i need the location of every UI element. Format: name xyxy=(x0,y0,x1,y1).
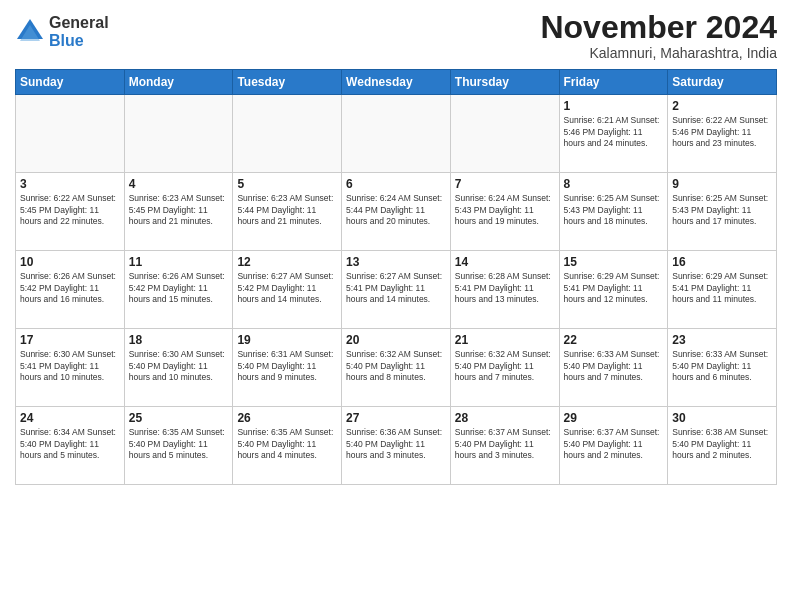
day-number: 18 xyxy=(129,333,229,347)
day-cell: 26Sunrise: 6:35 AM Sunset: 5:40 PM Dayli… xyxy=(233,407,342,485)
day-number: 19 xyxy=(237,333,337,347)
day-number: 14 xyxy=(455,255,555,269)
header-cell-thursday: Thursday xyxy=(450,70,559,95)
day-cell: 8Sunrise: 6:25 AM Sunset: 5:43 PM Daylig… xyxy=(559,173,668,251)
day-info: Sunrise: 6:28 AM Sunset: 5:41 PM Dayligh… xyxy=(455,271,555,305)
day-cell: 13Sunrise: 6:27 AM Sunset: 5:41 PM Dayli… xyxy=(342,251,451,329)
day-info: Sunrise: 6:32 AM Sunset: 5:40 PM Dayligh… xyxy=(455,349,555,383)
week-row-3: 17Sunrise: 6:30 AM Sunset: 5:41 PM Dayli… xyxy=(16,329,777,407)
day-number: 4 xyxy=(129,177,229,191)
day-info: Sunrise: 6:23 AM Sunset: 5:44 PM Dayligh… xyxy=(237,193,337,227)
day-cell: 15Sunrise: 6:29 AM Sunset: 5:41 PM Dayli… xyxy=(559,251,668,329)
day-cell xyxy=(124,95,233,173)
day-cell: 16Sunrise: 6:29 AM Sunset: 5:41 PM Dayli… xyxy=(668,251,777,329)
day-number: 9 xyxy=(672,177,772,191)
day-info: Sunrise: 6:29 AM Sunset: 5:41 PM Dayligh… xyxy=(672,271,772,305)
day-cell: 6Sunrise: 6:24 AM Sunset: 5:44 PM Daylig… xyxy=(342,173,451,251)
logo-general-text: General xyxy=(49,14,109,32)
day-cell: 14Sunrise: 6:28 AM Sunset: 5:41 PM Dayli… xyxy=(450,251,559,329)
day-cell: 10Sunrise: 6:26 AM Sunset: 5:42 PM Dayli… xyxy=(16,251,125,329)
day-number: 24 xyxy=(20,411,120,425)
day-cell: 9Sunrise: 6:25 AM Sunset: 5:43 PM Daylig… xyxy=(668,173,777,251)
day-cell: 25Sunrise: 6:35 AM Sunset: 5:40 PM Dayli… xyxy=(124,407,233,485)
day-info: Sunrise: 6:30 AM Sunset: 5:41 PM Dayligh… xyxy=(20,349,120,383)
day-cell: 1Sunrise: 6:21 AM Sunset: 5:46 PM Daylig… xyxy=(559,95,668,173)
day-info: Sunrise: 6:27 AM Sunset: 5:42 PM Dayligh… xyxy=(237,271,337,305)
day-info: Sunrise: 6:35 AM Sunset: 5:40 PM Dayligh… xyxy=(237,427,337,461)
header-row: SundayMondayTuesdayWednesdayThursdayFrid… xyxy=(16,70,777,95)
day-cell: 20Sunrise: 6:32 AM Sunset: 5:40 PM Dayli… xyxy=(342,329,451,407)
day-info: Sunrise: 6:35 AM Sunset: 5:40 PM Dayligh… xyxy=(129,427,229,461)
day-info: Sunrise: 6:29 AM Sunset: 5:41 PM Dayligh… xyxy=(564,271,664,305)
day-info: Sunrise: 6:38 AM Sunset: 5:40 PM Dayligh… xyxy=(672,427,772,461)
header-cell-sunday: Sunday xyxy=(16,70,125,95)
day-number: 13 xyxy=(346,255,446,269)
day-info: Sunrise: 6:22 AM Sunset: 5:45 PM Dayligh… xyxy=(20,193,120,227)
day-number: 5 xyxy=(237,177,337,191)
week-row-2: 10Sunrise: 6:26 AM Sunset: 5:42 PM Dayli… xyxy=(16,251,777,329)
header-cell-tuesday: Tuesday xyxy=(233,70,342,95)
calendar-table: SundayMondayTuesdayWednesdayThursdayFrid… xyxy=(15,69,777,485)
day-info: Sunrise: 6:32 AM Sunset: 5:40 PM Dayligh… xyxy=(346,349,446,383)
day-number: 6 xyxy=(346,177,446,191)
header: General Blue November 2024 Kalamnuri, Ma… xyxy=(15,10,777,61)
day-cell: 21Sunrise: 6:32 AM Sunset: 5:40 PM Dayli… xyxy=(450,329,559,407)
week-row-4: 24Sunrise: 6:34 AM Sunset: 5:40 PM Dayli… xyxy=(16,407,777,485)
logo-icon xyxy=(15,17,45,47)
week-row-1: 3Sunrise: 6:22 AM Sunset: 5:45 PM Daylig… xyxy=(16,173,777,251)
day-number: 15 xyxy=(564,255,664,269)
day-cell: 17Sunrise: 6:30 AM Sunset: 5:41 PM Dayli… xyxy=(16,329,125,407)
day-cell: 30Sunrise: 6:38 AM Sunset: 5:40 PM Dayli… xyxy=(668,407,777,485)
logo-text: General Blue xyxy=(49,14,109,49)
day-cell: 2Sunrise: 6:22 AM Sunset: 5:46 PM Daylig… xyxy=(668,95,777,173)
month-title: November 2024 xyxy=(540,10,777,45)
day-number: 27 xyxy=(346,411,446,425)
header-cell-monday: Monday xyxy=(124,70,233,95)
day-number: 3 xyxy=(20,177,120,191)
day-info: Sunrise: 6:37 AM Sunset: 5:40 PM Dayligh… xyxy=(564,427,664,461)
day-cell: 29Sunrise: 6:37 AM Sunset: 5:40 PM Dayli… xyxy=(559,407,668,485)
day-info: Sunrise: 6:24 AM Sunset: 5:43 PM Dayligh… xyxy=(455,193,555,227)
day-cell: 11Sunrise: 6:26 AM Sunset: 5:42 PM Dayli… xyxy=(124,251,233,329)
day-info: Sunrise: 6:23 AM Sunset: 5:45 PM Dayligh… xyxy=(129,193,229,227)
day-cell: 28Sunrise: 6:37 AM Sunset: 5:40 PM Dayli… xyxy=(450,407,559,485)
week-row-0: 1Sunrise: 6:21 AM Sunset: 5:46 PM Daylig… xyxy=(16,95,777,173)
day-info: Sunrise: 6:25 AM Sunset: 5:43 PM Dayligh… xyxy=(564,193,664,227)
day-cell xyxy=(342,95,451,173)
subtitle: Kalamnuri, Maharashtra, India xyxy=(540,45,777,61)
logo-blue-text: Blue xyxy=(49,32,109,50)
header-cell-friday: Friday xyxy=(559,70,668,95)
day-cell: 4Sunrise: 6:23 AM Sunset: 5:45 PM Daylig… xyxy=(124,173,233,251)
title-block: November 2024 Kalamnuri, Maharashtra, In… xyxy=(540,10,777,61)
day-info: Sunrise: 6:31 AM Sunset: 5:40 PM Dayligh… xyxy=(237,349,337,383)
day-info: Sunrise: 6:26 AM Sunset: 5:42 PM Dayligh… xyxy=(129,271,229,305)
day-cell: 24Sunrise: 6:34 AM Sunset: 5:40 PM Dayli… xyxy=(16,407,125,485)
day-info: Sunrise: 6:21 AM Sunset: 5:46 PM Dayligh… xyxy=(564,115,664,149)
day-info: Sunrise: 6:25 AM Sunset: 5:43 PM Dayligh… xyxy=(672,193,772,227)
day-cell: 19Sunrise: 6:31 AM Sunset: 5:40 PM Dayli… xyxy=(233,329,342,407)
header-cell-saturday: Saturday xyxy=(668,70,777,95)
day-number: 22 xyxy=(564,333,664,347)
day-cell: 22Sunrise: 6:33 AM Sunset: 5:40 PM Dayli… xyxy=(559,329,668,407)
day-info: Sunrise: 6:36 AM Sunset: 5:40 PM Dayligh… xyxy=(346,427,446,461)
day-cell xyxy=(450,95,559,173)
day-number: 12 xyxy=(237,255,337,269)
day-number: 8 xyxy=(564,177,664,191)
day-number: 2 xyxy=(672,99,772,113)
day-number: 17 xyxy=(20,333,120,347)
day-cell: 27Sunrise: 6:36 AM Sunset: 5:40 PM Dayli… xyxy=(342,407,451,485)
header-cell-wednesday: Wednesday xyxy=(342,70,451,95)
day-number: 28 xyxy=(455,411,555,425)
logo: General Blue xyxy=(15,14,109,49)
day-cell xyxy=(16,95,125,173)
day-cell: 5Sunrise: 6:23 AM Sunset: 5:44 PM Daylig… xyxy=(233,173,342,251)
day-info: Sunrise: 6:34 AM Sunset: 5:40 PM Dayligh… xyxy=(20,427,120,461)
day-cell: 3Sunrise: 6:22 AM Sunset: 5:45 PM Daylig… xyxy=(16,173,125,251)
day-info: Sunrise: 6:24 AM Sunset: 5:44 PM Dayligh… xyxy=(346,193,446,227)
day-number: 25 xyxy=(129,411,229,425)
day-cell xyxy=(233,95,342,173)
page: General Blue November 2024 Kalamnuri, Ma… xyxy=(0,0,792,612)
day-number: 7 xyxy=(455,177,555,191)
day-cell: 23Sunrise: 6:33 AM Sunset: 5:40 PM Dayli… xyxy=(668,329,777,407)
day-number: 11 xyxy=(129,255,229,269)
